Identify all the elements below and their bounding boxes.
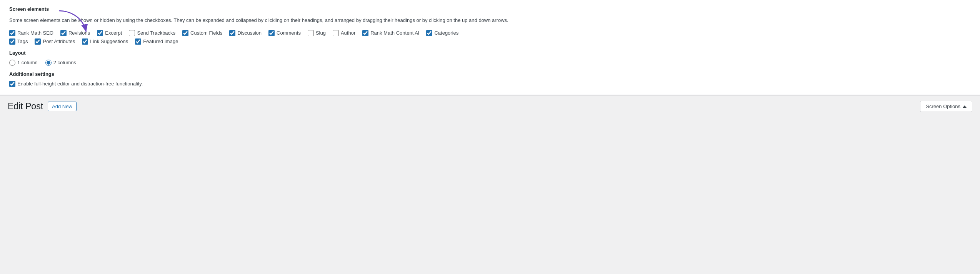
additional-settings-title: Additional settings xyxy=(9,71,971,77)
label-categories[interactable]: Categories xyxy=(434,30,458,36)
add-new-button[interactable]: Add New xyxy=(48,102,77,111)
checkbox-item-excerpt: Excerpt xyxy=(97,30,122,36)
label-tags[interactable]: Tags xyxy=(17,38,28,44)
checkbox-featured-image[interactable] xyxy=(135,38,141,45)
checkbox-post-attributes[interactable] xyxy=(35,38,41,45)
label-revisions[interactable]: Revisions xyxy=(68,30,90,36)
screen-options-panel: Screen elements Some screen elements can… xyxy=(0,0,980,95)
screen-options-arrow-icon xyxy=(963,105,967,108)
layout-section: Layout 1 column2 columns xyxy=(9,50,971,66)
label-send-trackbacks[interactable]: Send Trackbacks xyxy=(137,30,175,36)
label-post-attributes[interactable]: Post Attributes xyxy=(43,38,75,44)
checkbox-excerpt[interactable] xyxy=(97,30,103,36)
bottom-bar: Edit Post Add New Screen Options xyxy=(0,95,980,118)
checkbox-item-post-attributes: Post Attributes xyxy=(35,38,75,45)
page-title: Edit Post xyxy=(8,101,43,112)
checkbox-item-slug: Slug xyxy=(308,30,326,36)
checkbox-link-suggestions[interactable] xyxy=(82,38,88,45)
checkboxes-row-1: Rank Math SEORevisionsExcerptSend Trackb… xyxy=(9,30,971,36)
radio-item-2-columns: 2 columns xyxy=(45,60,76,66)
checkbox-item-author: Author xyxy=(333,30,355,36)
checkbox-categories[interactable] xyxy=(426,30,432,36)
label-slug[interactable]: Slug xyxy=(316,30,326,36)
label-comments[interactable]: Comments xyxy=(277,30,301,36)
screen-elements-section: Screen elements Some screen elements can… xyxy=(9,6,971,45)
checkbox-item-comments: Comments xyxy=(268,30,301,36)
checkbox-comments[interactable] xyxy=(268,30,275,36)
checkbox-slug[interactable] xyxy=(308,30,314,36)
checkbox-item-discussion: Discussion xyxy=(229,30,262,36)
full-height-editor-checkbox[interactable] xyxy=(9,81,15,87)
label-author[interactable]: Author xyxy=(341,30,355,36)
radio-2-columns[interactable] xyxy=(45,60,52,66)
full-height-editor-label[interactable]: Enable full-height editor and distractio… xyxy=(17,81,143,87)
screen-elements-description: Some screen elements can be shown or hid… xyxy=(9,17,548,25)
label-featured-image[interactable]: Featured image xyxy=(143,38,178,44)
screen-options-label: Screen Options xyxy=(926,104,960,109)
checkbox-author[interactable] xyxy=(333,30,339,36)
checkbox-custom-fields[interactable] xyxy=(182,30,188,36)
radio-item-1-column: 1 column xyxy=(9,60,38,66)
layout-radio-row: 1 column2 columns xyxy=(9,60,971,66)
checkbox-send-trackbacks[interactable] xyxy=(129,30,135,36)
checkbox-item-send-trackbacks: Send Trackbacks xyxy=(129,30,175,36)
screen-options-button[interactable]: Screen Options xyxy=(920,101,972,112)
checkbox-rank-math-seo[interactable] xyxy=(9,30,15,36)
label-link-suggestions[interactable]: Link Suggestions xyxy=(90,38,128,44)
page-title-area: Edit Post Add New xyxy=(8,101,77,112)
checkboxes-container: Rank Math SEORevisionsExcerptSend Trackb… xyxy=(9,30,971,45)
label-2-columns[interactable]: 2 columns xyxy=(53,60,76,65)
label-excerpt[interactable]: Excerpt xyxy=(105,30,122,36)
checkbox-item-link-suggestions: Link Suggestions xyxy=(82,38,128,45)
checkboxes-row-2: TagsPost AttributesLink SuggestionsFeatu… xyxy=(9,38,971,45)
label-1-column[interactable]: 1 column xyxy=(17,60,38,65)
checkbox-item-custom-fields: Custom Fields xyxy=(182,30,222,36)
checkbox-item-revisions: Revisions xyxy=(60,30,90,36)
checkbox-item-categories: Categories xyxy=(426,30,458,36)
screen-elements-title: Screen elements xyxy=(9,6,971,12)
layout-title: Layout xyxy=(9,50,971,56)
label-rank-math-content-ai[interactable]: Rank Math Content AI xyxy=(370,30,419,36)
radio-1-column[interactable] xyxy=(9,60,15,66)
label-custom-fields[interactable]: Custom Fields xyxy=(190,30,222,36)
checkbox-revisions[interactable] xyxy=(60,30,67,36)
label-discussion[interactable]: Discussion xyxy=(237,30,262,36)
checkbox-rank-math-content-ai[interactable] xyxy=(362,30,368,36)
checkbox-item-rank-math-content-ai: Rank Math Content AI xyxy=(362,30,419,36)
checkbox-item-rank-math-seo: Rank Math SEO xyxy=(9,30,53,36)
additional-settings-section: Additional settings Enable full-height e… xyxy=(9,71,971,87)
full-height-editor-item: Enable full-height editor and distractio… xyxy=(9,81,971,87)
checkbox-item-tags: Tags xyxy=(9,38,28,45)
checkbox-discussion[interactable] xyxy=(229,30,235,36)
checkbox-tags[interactable] xyxy=(9,38,15,45)
label-rank-math-seo[interactable]: Rank Math SEO xyxy=(17,30,53,36)
checkbox-item-featured-image: Featured image xyxy=(135,38,178,45)
